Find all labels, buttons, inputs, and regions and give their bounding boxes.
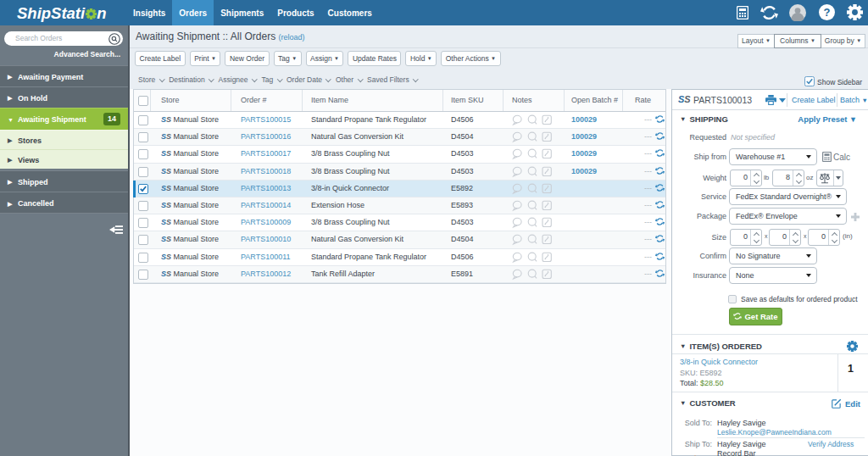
svg-text:?: ? <box>824 6 831 19</box>
